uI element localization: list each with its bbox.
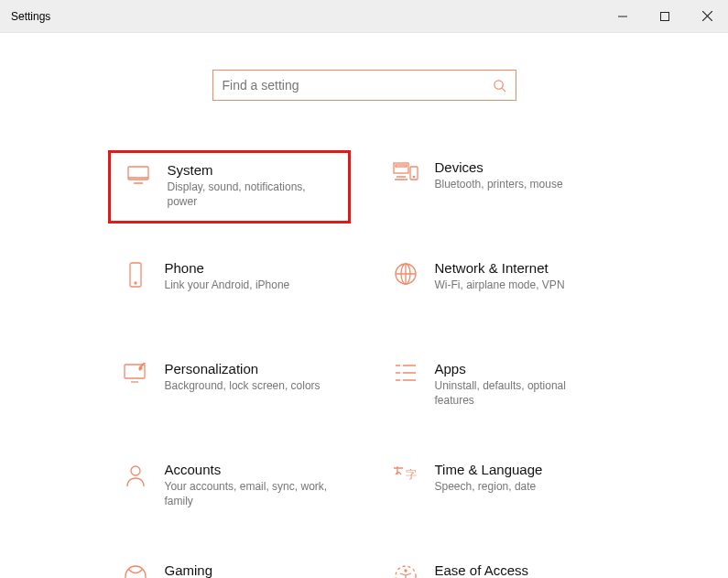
svg-point-1 [494, 80, 502, 88]
svg-point-14 [125, 566, 146, 578]
search-container [212, 70, 516, 101]
svg-text:字: 字 [406, 468, 417, 481]
tile-title: Time & Language [435, 462, 543, 477]
tile-desc: Link your Android, iPhone [165, 278, 290, 292]
tile-network[interactable]: Network & Internet Wi-Fi, airplane mode,… [378, 251, 621, 324]
close-icon [702, 11, 712, 21]
tile-title: Apps [435, 361, 600, 376]
tile-desc: Background, lock screen, colors [165, 378, 321, 393]
gaming-icon [119, 562, 152, 578]
minimize-button[interactable] [602, 0, 644, 33]
tile-title: Network & Internet [435, 260, 565, 276]
phone-icon [119, 260, 152, 315]
svg-rect-4 [396, 165, 407, 167]
tile-title: Personalization [165, 361, 321, 376]
time-language-icon: 字 [389, 462, 422, 517]
tile-accounts[interactable]: Accounts Your accounts, email, sync, wor… [108, 453, 351, 526]
tile-title: Gaming [165, 562, 327, 578]
svg-point-12 [131, 466, 140, 475]
tile-devices[interactable]: Devices Bluetooth, printers, mouse [378, 150, 621, 224]
personalization-icon [119, 361, 152, 416]
search-icon [493, 79, 506, 93]
content-area: System Display, sound, notifications, po… [0, 33, 728, 578]
svg-point-6 [413, 176, 414, 177]
tile-system[interactable]: System Display, sound, notifications, po… [108, 150, 351, 224]
tile-ease-of-access[interactable]: Ease of Access Narrator, magnifier, high [378, 553, 621, 578]
tile-desc: Bluetooth, printers, mouse [435, 177, 563, 191]
settings-grid: System Display, sound, notifications, po… [108, 150, 621, 578]
tile-title: Ease of Access [435, 562, 552, 578]
devices-icon [389, 159, 422, 214]
tile-title: Devices [435, 159, 563, 175]
titlebar: Settings [0, 0, 728, 33]
tile-title: Phone [165, 260, 290, 276]
tile-apps[interactable]: Apps Uninstall, defaults, optional featu… [378, 352, 621, 425]
tile-title: Accounts [165, 462, 330, 477]
tile-phone[interactable]: Phone Link your Android, iPhone [108, 251, 351, 324]
svg-point-8 [135, 282, 136, 284]
svg-rect-0 [661, 12, 669, 20]
tile-personalization[interactable]: Personalization Background, lock screen,… [108, 352, 351, 425]
minimize-icon [618, 12, 627, 21]
tile-desc: Speech, region, date [435, 479, 543, 494]
tile-desc: Display, sound, notifications, power [168, 180, 332, 209]
system-icon [122, 162, 155, 212]
globe-icon [389, 260, 422, 315]
accounts-icon [119, 462, 152, 517]
svg-point-16 [404, 569, 407, 572]
maximize-button[interactable] [644, 0, 686, 33]
search-box[interactable] [212, 70, 516, 101]
tile-title: System [168, 162, 332, 178]
tile-desc: Uninstall, defaults, optional features [435, 378, 600, 408]
maximize-icon [660, 12, 669, 21]
apps-icon [389, 361, 422, 416]
tile-desc: Your accounts, email, sync, work, family [165, 479, 330, 508]
search-input[interactable] [223, 78, 493, 93]
close-button[interactable] [686, 0, 728, 33]
tile-desc: Wi-Fi, airplane mode, VPN [435, 278, 565, 292]
tile-time-language[interactable]: 字 Time & Language Speech, region, date [378, 453, 621, 526]
ease-of-access-icon [389, 562, 422, 578]
window-title: Settings [11, 10, 50, 23]
tile-gaming[interactable]: Gaming Xbox Game Bar, captures, Game [108, 553, 351, 578]
